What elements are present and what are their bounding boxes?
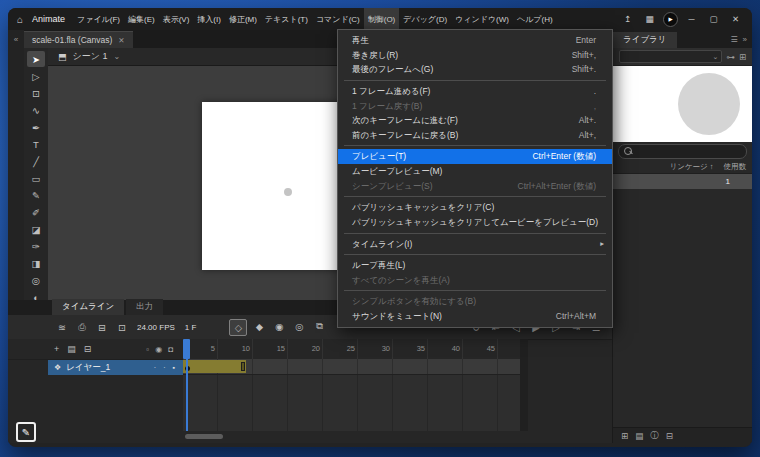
menubar-item[interactable]: 修正(M)	[225, 8, 261, 30]
layer-depth-icon[interactable]: ≋	[54, 320, 70, 335]
workspace-icon[interactable]: ▦	[641, 12, 658, 27]
control-menu-item[interactable]: パブリッシュキャッシュをクリア(C) ▸	[338, 200, 612, 215]
zoom-tool[interactable]: ◎	[27, 272, 45, 288]
menubar-item[interactable]: ファイル(F)	[73, 8, 124, 30]
menubar-item[interactable]: テキスト(T)	[261, 8, 312, 30]
control-menu-item[interactable]: ムービープレビュー(M) ▸	[338, 164, 612, 179]
control-menu-item[interactable]: サウンドをミュート(N) Ctrl+Alt+M ▸	[338, 309, 612, 324]
share-icon[interactable]: ↥	[619, 12, 636, 27]
control-menu-item[interactable]: すべてのシーンを再生(A) ▸	[338, 273, 612, 288]
menubar-item[interactable]: 表示(V)	[159, 8, 194, 30]
large-frames-icon[interactable]: ⊡	[114, 320, 130, 335]
home-icon[interactable]: ⌂	[8, 14, 32, 25]
control-menu-item[interactable]: プレビュー(T) Ctrl+Enter (数値) ▸	[338, 149, 612, 164]
menubar-item[interactable]: ヘルプ(H)	[513, 8, 557, 30]
control-menu-item[interactable]: 次のキーフレームに進む(F) Alt+. ▸	[338, 113, 612, 128]
left-dock-collapse[interactable]: «	[8, 30, 24, 300]
onion-skin-icon[interactable]: ◉	[271, 319, 287, 334]
add-layer-icon[interactable]: +	[54, 344, 59, 354]
visibility-icon[interactable]: ◉	[155, 345, 162, 354]
library-document-select[interactable]: ⌄	[619, 50, 722, 63]
lock-icon[interactable]: ◘	[168, 345, 173, 354]
brush-tool[interactable]: ✐	[27, 204, 45, 220]
auto-keyframe-icon[interactable]: ◇	[229, 319, 247, 336]
control-menu-item[interactable]: ▸	[344, 290, 606, 291]
selection-tool[interactable]: ➤	[27, 51, 45, 67]
control-menu-item[interactable]: ▸	[344, 233, 606, 234]
menubar-item[interactable]: 編集(E)	[124, 8, 159, 30]
free-transform-tool[interactable]: ⊡	[27, 85, 45, 101]
menubar-item[interactable]: 制御(O)	[364, 8, 400, 30]
frame-ruler[interactable]: 5 10 15 20 25	[183, 339, 520, 360]
control-menu-item[interactable]: 1 フレーム進める(F) . ▸	[338, 84, 612, 99]
pencil-tool[interactable]: ✎	[27, 187, 45, 203]
scene-breadcrumb[interactable]: シーン 1	[73, 50, 108, 63]
layer-toggle-icon[interactable]: ·	[163, 364, 165, 371]
library-item-row[interactable]: 1	[613, 174, 752, 189]
control-menu-item[interactable]: ▸	[344, 80, 606, 81]
menubar-item[interactable]: ウィンドウ(W)	[451, 8, 513, 30]
assistant-button[interactable]: ▶	[663, 12, 678, 27]
subselection-tool[interactable]: ▷	[27, 68, 45, 84]
camera-icon[interactable]: ⎙	[74, 320, 90, 335]
properties-icon[interactable]: ⓘ	[650, 430, 659, 442]
control-menu-item[interactable]: シンプルボタンを有効にする(B) ▸	[338, 294, 612, 309]
onion-skin-outlines-icon[interactable]: ◎	[291, 319, 307, 334]
collapse-left-icon[interactable]: «	[14, 35, 18, 44]
control-menu-item[interactable]: 前のキーフレームに戻る(B) Alt+, ▸	[338, 128, 612, 143]
timeline-tab[interactable]: タイムライン	[52, 299, 124, 315]
new-symbol-icon[interactable]: ⊞	[621, 431, 628, 441]
outline-color-icon[interactable]: ▫	[146, 345, 149, 354]
scene-caret-icon[interactable]: ⌄	[113, 52, 120, 61]
small-frames-icon[interactable]: ⊟	[94, 320, 110, 335]
pen-tool[interactable]: ✒	[27, 119, 45, 135]
panel-menu-icon[interactable]: ☰	[730, 35, 737, 44]
control-menu-item[interactable]: 巻き戻し(R) Shift+, ▸	[338, 48, 612, 63]
edit-multiple-frames-icon[interactable]: ⧉	[311, 319, 327, 334]
new-library-panel-icon[interactable]: ⊞	[739, 52, 746, 62]
scrollbar-thumb[interactable]	[185, 434, 223, 439]
menubar-item[interactable]: 挿入(I)	[193, 8, 225, 30]
column-usage[interactable]: 使用数	[724, 162, 747, 172]
layer-toggle-icon[interactable]: ·	[154, 364, 156, 371]
control-menu-item[interactable]: パブリッシュキャッシュをクリアしてムービーをプレビュー(D) ▸	[338, 215, 612, 230]
frames-area[interactable]: 5 10 15 20 25	[183, 339, 520, 431]
library-search-input[interactable]	[618, 144, 747, 159]
rectangle-tool[interactable]: ▭	[27, 170, 45, 186]
control-menu-item[interactable]: 最後のフレームへ(G) Shift+. ▸	[338, 62, 612, 77]
close-button[interactable]: ✕	[727, 12, 744, 27]
layer-frames-row[interactable]	[183, 359, 520, 375]
pencil-box-icon[interactable]: ✎	[16, 422, 36, 442]
layer-name[interactable]: レイヤー_1	[66, 362, 110, 374]
control-menu-item[interactable]: ▸	[344, 145, 606, 146]
timeline-horizontal-scrollbar[interactable]	[185, 434, 518, 439]
tween-span[interactable]	[183, 360, 246, 373]
control-menu-item[interactable]: 再生 Enter ▸	[338, 33, 612, 48]
new-folder-icon[interactable]: ▤	[635, 431, 643, 441]
control-menu-item[interactable]: 1 フレーム戻す(B) , ▸	[338, 99, 612, 114]
control-menu-item[interactable]: シーンプレビュー(S) Ctrl+Alt+Enter (数値) ▸	[338, 179, 612, 194]
control-menu-item[interactable]: ▸	[344, 254, 606, 255]
stage-circle-shape[interactable]	[284, 188, 292, 196]
add-folder-icon[interactable]: ▤	[67, 344, 76, 354]
delete-layer-icon[interactable]: ⊟	[84, 344, 92, 354]
timeline-tab[interactable]: 出力	[126, 299, 163, 315]
minimize-button[interactable]: ─	[683, 12, 700, 27]
paint-bucket-tool[interactable]: ◪	[27, 221, 45, 237]
line-tool[interactable]: ╱	[27, 153, 45, 169]
control-menu-item[interactable]: ループ再生(L) ▸	[338, 258, 612, 273]
layer-row[interactable]: ❖ レイヤー_1 ··▪	[48, 360, 183, 375]
lasso-tool[interactable]: ∿	[27, 102, 45, 118]
menubar-item[interactable]: コマンド(C)	[312, 8, 364, 30]
maximize-button[interactable]: ▢	[705, 12, 722, 27]
document-tab[interactable]: scale-01.fla (Canvas) ✕	[24, 31, 133, 48]
text-tool[interactable]: T	[27, 136, 45, 152]
insert-keyframe-icon[interactable]: ◆	[251, 319, 267, 334]
delete-item-icon[interactable]: ⊟	[666, 431, 673, 441]
control-menu-item[interactable]: タイムライン(I) ▸	[338, 237, 612, 252]
control-menu-item[interactable]: ▸	[344, 196, 606, 197]
timeline-vertical-scrollbar[interactable]	[520, 339, 528, 431]
column-linkage[interactable]: リンケージ ↑	[670, 162, 714, 172]
pin-icon[interactable]: ⊶	[726, 52, 735, 62]
library-tab[interactable]: ライブラリ	[613, 32, 677, 48]
